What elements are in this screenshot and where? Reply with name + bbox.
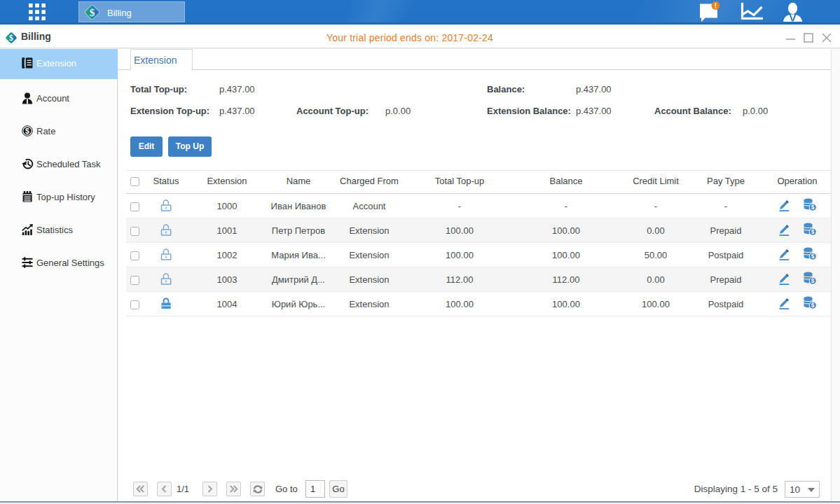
- svg-text:!: !: [715, 2, 717, 10]
- svg-text:$: $: [90, 6, 95, 18]
- svg-text:$: $: [811, 277, 815, 284]
- svg-text:$: $: [811, 228, 815, 235]
- svg-text:$: $: [811, 253, 815, 260]
- svg-text:$: $: [811, 204, 815, 211]
- svg-text:$: $: [25, 127, 29, 135]
- svg-text:$: $: [811, 302, 815, 309]
